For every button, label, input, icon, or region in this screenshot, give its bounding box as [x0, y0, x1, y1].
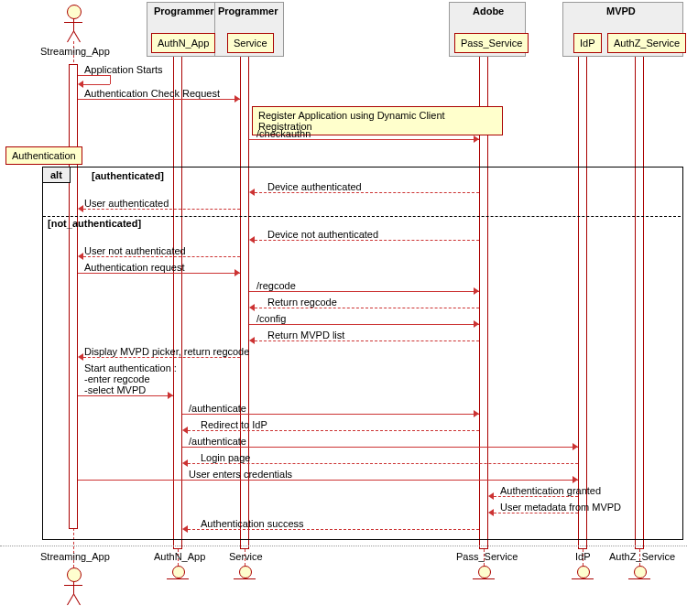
- participant-idp: IdP: [573, 33, 602, 53]
- participant-label: Pass_Service: [461, 38, 522, 49]
- arrow-icon: [182, 427, 188, 434]
- message: /config: [256, 313, 286, 324]
- arrow-icon: [488, 492, 494, 500]
- message-line: [255, 340, 479, 341]
- group-label-programmer2: Programmer: [218, 5, 278, 16]
- entity-icon: [577, 566, 590, 578]
- entity-icon: [478, 566, 491, 578]
- note-authentication: Authentication: [5, 146, 82, 165]
- actor-icon: [67, 567, 82, 582]
- message-line: [78, 273, 240, 274]
- entity-line: [572, 578, 594, 579]
- actor-icon: [67, 5, 82, 19]
- message: Login page: [201, 452, 250, 463]
- group-label-mvpd: MVPD: [606, 5, 636, 16]
- arrow-icon: [474, 320, 479, 328]
- participant-label-bottom: Service: [229, 551, 263, 562]
- message-line: [249, 324, 479, 325]
- message: /authenticate: [189, 403, 246, 414]
- message-line: [255, 192, 479, 193]
- arrow-icon: [182, 525, 188, 533]
- alt-condition: [not_authenticated]: [48, 218, 141, 229]
- participant-service: Service: [227, 33, 274, 53]
- message-line: [110, 75, 111, 84]
- actor-icon: [64, 585, 82, 586]
- actor-icon: [67, 594, 74, 606]
- message-line: [82, 84, 110, 85]
- arrow-icon: [572, 443, 578, 450]
- message: /authenticate: [189, 436, 246, 447]
- entity-line: [234, 578, 256, 579]
- actor-icon: [73, 594, 81, 606]
- group-label-programmer: Programmer: [154, 5, 213, 16]
- message: Device not authenticated: [267, 229, 378, 240]
- arrow-icon: [474, 410, 479, 417]
- message-line: [249, 291, 479, 292]
- participant-label-bottom: Streaming_App: [40, 551, 110, 562]
- message-line: [188, 463, 578, 464]
- message-line: [255, 308, 479, 308]
- message-line: [188, 529, 479, 530]
- message: User not authenticated: [84, 245, 186, 256]
- message: Return MVPD list: [267, 330, 344, 340]
- entity-line: [167, 578, 189, 579]
- message-line: [255, 240, 479, 241]
- actor-icon: [73, 18, 74, 31]
- arrow-icon: [249, 304, 255, 311]
- entity-line: [473, 578, 495, 579]
- message: Application Starts: [84, 64, 163, 75]
- arrow-icon: [474, 287, 479, 295]
- message: Start authentication :: [84, 362, 177, 373]
- arrow-icon: [168, 392, 173, 399]
- message: User enters credentials: [189, 469, 292, 480]
- arrow-icon: [474, 135, 479, 143]
- arrow-icon: [78, 205, 83, 212]
- arrow-icon: [78, 81, 83, 88]
- message-line: [182, 447, 578, 448]
- sequence-diagram: Programmer Programmer Adobe MVPD Streami…: [0, 0, 687, 616]
- message: -enter regcode: [84, 373, 150, 384]
- message: Return regcode: [267, 297, 337, 308]
- arrow-icon: [234, 95, 240, 103]
- actor-icon: [73, 31, 81, 43]
- separator: [0, 546, 687, 546]
- arrow-icon: [572, 476, 578, 483]
- alt-tag: alt: [43, 168, 71, 183]
- entity-icon: [172, 566, 185, 578]
- message: User authenticated: [84, 198, 169, 209]
- arrow-icon: [78, 253, 83, 260]
- actor-icon: [73, 581, 74, 594]
- message: Device authenticated: [267, 181, 362, 192]
- message-line: [83, 256, 240, 257]
- arrow-icon: [182, 459, 188, 467]
- actor-icon: [64, 22, 82, 23]
- alt-separator: [43, 216, 681, 217]
- note-text: Authentication: [12, 150, 76, 161]
- message: /regcode: [256, 280, 296, 291]
- message: Authentication success: [201, 518, 304, 529]
- message-line: [494, 513, 578, 513]
- participant-label: AuthZ_Service: [614, 38, 680, 49]
- message-line: [78, 395, 173, 396]
- message-line: [78, 480, 578, 481]
- arrow-icon: [249, 236, 255, 243]
- participant-label: Service: [234, 38, 267, 49]
- message-line: [188, 430, 479, 431]
- actor-label: Streaming_App: [40, 46, 110, 57]
- arrow-icon: [249, 337, 255, 344]
- group-label-adobe: Adobe: [473, 5, 504, 16]
- message-line: [83, 209, 240, 210]
- arrow-icon: [78, 353, 83, 361]
- participant-authz-service: AuthZ_Service: [607, 33, 686, 53]
- message: /checkauthn: [256, 128, 311, 139]
- message: Redirect to IdP: [201, 419, 267, 430]
- message-line: [249, 139, 479, 140]
- participant-pass-service: Pass_Service: [454, 33, 529, 53]
- participant-label-bottom: AuthN_App: [154, 551, 205, 562]
- arrow-icon: [234, 269, 240, 276]
- message: Authentication request: [84, 262, 184, 273]
- message-line: [494, 496, 578, 497]
- arrow-icon: [488, 509, 494, 516]
- message: Display MVPD picker, return regcode: [84, 346, 249, 357]
- participant-label-bottom: IdP: [575, 551, 591, 562]
